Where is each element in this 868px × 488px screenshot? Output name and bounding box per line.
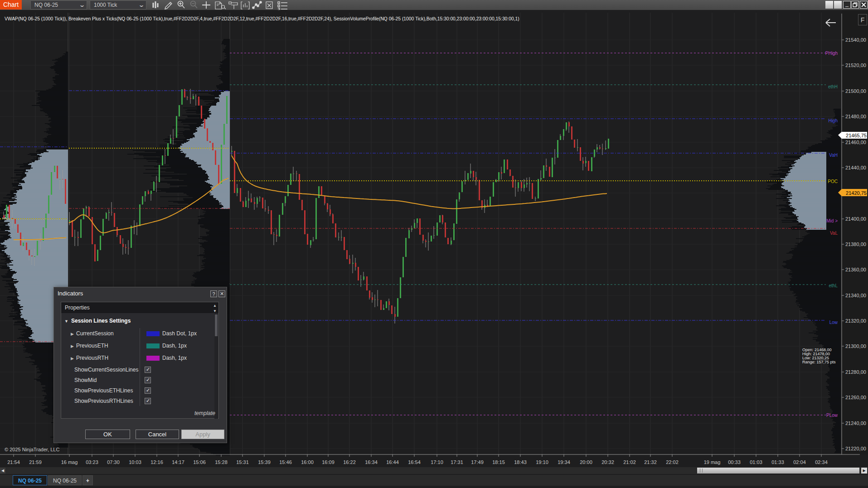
svg-text:F: F: [861, 16, 865, 24]
svg-text:21:02: 21:02: [623, 459, 636, 465]
svg-text:19:34: 19:34: [558, 459, 570, 465]
svg-text:17:10: 17:10: [431, 459, 443, 465]
svg-text:21:59: 21:59: [29, 459, 42, 465]
svg-text:21340,00: 21340,00: [845, 293, 866, 298]
svg-text:16:54: 16:54: [408, 459, 421, 465]
svg-text:21300,00: 21300,00: [845, 343, 866, 349]
svg-text:19:10: 19:10: [536, 459, 548, 465]
svg-text:21240,00: 21240,00: [845, 420, 866, 426]
svg-text:01:03: 01:03: [750, 459, 762, 465]
svg-text:15:31: 15:31: [236, 459, 249, 465]
svg-text:12:16: 12:16: [150, 459, 163, 465]
svg-text:07:30: 07:30: [107, 459, 120, 465]
svg-text:ethL: ethL: [829, 283, 838, 288]
svg-text:21400,00: 21400,00: [845, 216, 866, 222]
svg-text:High: High: [828, 118, 838, 123]
svg-text:21220,00: 21220,00: [845, 446, 866, 451]
svg-text:20:32: 20:32: [601, 459, 614, 465]
svg-text:16:00: 16:00: [301, 459, 314, 465]
svg-text:18:43: 18:43: [514, 459, 527, 465]
svg-text:© 2025 NinjaTrader, LLC: © 2025 NinjaTrader, LLC: [5, 447, 59, 452]
svg-text:21520,00: 21520,00: [845, 63, 866, 68]
svg-text:21280,00: 21280,00: [845, 369, 866, 375]
svg-text:21540,00: 21540,00: [845, 37, 866, 43]
svg-text:PLow: PLow: [826, 413, 838, 418]
svg-text:18:15: 18:15: [492, 459, 505, 465]
svg-text:Range: 157,75 pts: Range: 157,75 pts: [802, 360, 836, 364]
svg-text:16:44: 16:44: [386, 459, 399, 465]
svg-text:21480,00: 21480,00: [845, 114, 866, 119]
svg-text:21460,00: 21460,00: [845, 140, 866, 145]
svg-text:21465,75: 21465,75: [846, 133, 867, 138]
svg-text:15:28: 15:28: [215, 459, 228, 465]
svg-text:21:54: 21:54: [7, 459, 20, 465]
svg-text:PHigh: PHigh: [825, 51, 838, 56]
svg-text:21440,00: 21440,00: [845, 165, 866, 170]
svg-text:VWAP(NQ 06-25 (1000 Tick)), Br: VWAP(NQ 06-25 (1000 Tick)), Breakeven Pl…: [5, 16, 519, 21]
svg-text:Mid >: Mid >: [826, 218, 838, 223]
svg-text:21380,00: 21380,00: [845, 242, 866, 247]
svg-text:10:03: 10:03: [129, 459, 141, 465]
svg-text:15:46: 15:46: [279, 459, 292, 465]
svg-text:03:23: 03:23: [86, 459, 98, 465]
svg-text:16:34: 16:34: [365, 459, 378, 465]
svg-text:20:00: 20:00: [580, 459, 592, 465]
svg-text:02:34: 02:34: [815, 459, 828, 465]
svg-text:22:02: 22:02: [666, 459, 679, 465]
svg-text:17:31: 17:31: [451, 459, 463, 465]
svg-text:17:49: 17:49: [471, 459, 484, 465]
svg-text:15:06: 15:06: [193, 459, 206, 465]
svg-text:14:17: 14:17: [172, 459, 184, 465]
svg-text:VaL: VaL: [830, 231, 838, 236]
svg-text:15:39: 15:39: [258, 459, 271, 465]
svg-text:21:32: 21:32: [644, 459, 657, 465]
svg-text:02:04: 02:04: [793, 459, 806, 465]
svg-text:16:22: 16:22: [343, 459, 356, 465]
svg-text:21260,00: 21260,00: [845, 395, 866, 400]
svg-text:VaH: VaH: [829, 153, 838, 158]
svg-text:00:33: 00:33: [728, 459, 741, 465]
svg-text:ethH: ethH: [828, 84, 838, 89]
svg-text:16:09: 16:09: [322, 459, 335, 465]
svg-text:21500,00: 21500,00: [845, 88, 866, 94]
svg-text:01:33: 01:33: [771, 459, 784, 465]
svg-text:19 mag: 19 mag: [704, 459, 721, 465]
svg-text:Low: Low: [829, 320, 838, 325]
svg-text:21320,00: 21320,00: [845, 318, 866, 324]
svg-text:21360,00: 21360,00: [845, 267, 866, 272]
svg-text:21420,75: 21420,75: [846, 190, 867, 196]
svg-text:16 mag: 16 mag: [61, 459, 78, 465]
svg-text:POC: POC: [828, 179, 838, 184]
